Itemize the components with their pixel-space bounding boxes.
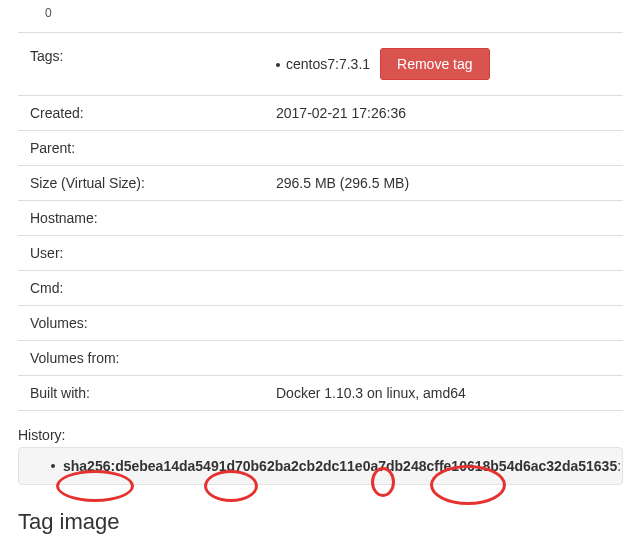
hostname-row: Hostname:: [18, 201, 623, 236]
prop-label: Parent:: [30, 140, 276, 156]
history-created-label: : Created:: [617, 458, 623, 474]
size-row: Size (Virtual Size): 296.5 MB (296.5 MB): [18, 166, 623, 201]
history-sha: sha256:d5ebea14da5491d70b62ba2cb2dc11e0a…: [63, 458, 617, 474]
remove-tag-button[interactable]: Remove tag: [380, 48, 489, 80]
tag-image-heading: Tag image: [18, 503, 623, 535]
user-row: User:: [18, 236, 623, 271]
parent-row: Parent:: [18, 131, 623, 166]
tags-label: Tags:: [30, 48, 276, 64]
prop-value: 2017-02-21 17:26:36: [276, 105, 611, 121]
prop-label: Hostname:: [30, 210, 276, 226]
history-section: History: sha256:d5ebea14da5491d70b62ba2c…: [18, 427, 623, 485]
history-box: sha256:d5ebea14da5491d70b62ba2cb2dc11e0a…: [18, 447, 623, 485]
history-item: sha256:d5ebea14da5491d70b62ba2cb2dc11e0a…: [31, 458, 610, 474]
page-number: 0: [0, 0, 641, 32]
tag-image-section: Tag image Tag: Force? Add Tag: [18, 503, 623, 548]
prop-label: Built with:: [30, 385, 276, 401]
prop-label: Volumes:: [30, 315, 276, 331]
prop-value: 296.5 MB (296.5 MB): [276, 175, 611, 191]
built-with-row: Built with: Docker 1.10.3 on linux, amd6…: [18, 376, 623, 411]
prop-label: Cmd:: [30, 280, 276, 296]
volumes-row: Volumes:: [18, 306, 623, 341]
cmd-row: Cmd:: [18, 271, 623, 306]
history-label: History:: [18, 427, 623, 443]
prop-label: User:: [30, 245, 276, 261]
created-row: Created: 2017-02-21 17:26:36: [18, 96, 623, 131]
tags-row: Tags: centos7:7.3.1 Remove tag: [18, 33, 623, 96]
prop-label: Created:: [30, 105, 276, 121]
prop-label: Volumes from:: [30, 350, 276, 366]
properties-table: Tags: centos7:7.3.1 Remove tag Created: …: [18, 32, 623, 411]
prop-label: Size (Virtual Size):: [30, 175, 276, 191]
tags-value: centos7:7.3.1 Remove tag: [276, 48, 611, 80]
tag-text: centos7:7.3.1: [286, 56, 370, 72]
prop-value: Docker 1.10.3 on linux, amd64: [276, 385, 611, 401]
volumes-from-row: Volumes from:: [18, 341, 623, 376]
